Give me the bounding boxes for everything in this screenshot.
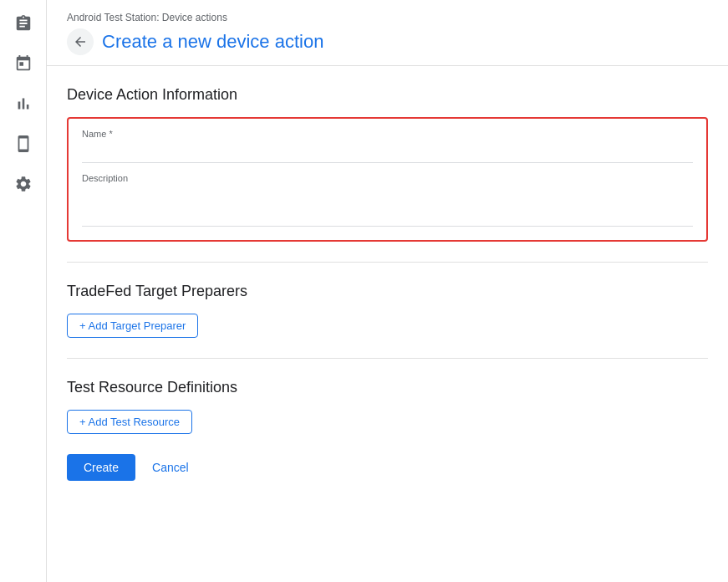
action-row: Create Cancel [67,454,708,481]
create-button[interactable]: Create [67,454,135,481]
tradefed-title: TradeFed Target Preparers [67,283,708,300]
description-label: Description [82,173,693,183]
calendar-icon[interactable] [13,54,33,74]
device-action-info-section: Device Action Information Name * Descrip… [67,86,708,242]
form-box: Name * Description [67,117,708,242]
settings-icon[interactable] [13,174,33,194]
add-target-preparer-button[interactable]: + Add Target Preparer [67,314,198,338]
main-content: Android Test Station: Device actions Cre… [47,0,728,582]
cancel-button[interactable]: Cancel [142,454,199,481]
name-label: Name * [82,129,693,139]
add-test-resource-button[interactable]: + Add Test Resource [67,410,192,434]
name-field: Name * [82,129,693,163]
sidebar [0,0,47,582]
phone-icon[interactable] [13,134,33,154]
breadcrumb: Android Test Station: Device actions [67,12,708,23]
page-title: Create a new device action [102,31,323,53]
divider-2 [67,358,708,359]
test-resource-section: Test Resource Definitions + Add Test Res… [67,379,708,434]
divider-1 [67,262,708,263]
test-resource-title: Test Resource Definitions [67,379,708,396]
top-bar: Android Test Station: Device actions Cre… [47,0,728,66]
bar-chart-icon[interactable] [13,94,33,114]
back-button[interactable] [67,28,94,55]
tradefed-section: TradeFed Target Preparers + Add Target P… [67,283,708,338]
device-action-info-title: Device Action Information [67,86,708,104]
page-header: Create a new device action [67,28,708,55]
description-field: Description [82,173,693,230]
description-input[interactable] [82,186,693,227]
name-input[interactable] [82,142,693,163]
clipboard-list-icon[interactable] [13,13,33,33]
content-area: Device Action Information Name * Descrip… [47,66,728,582]
